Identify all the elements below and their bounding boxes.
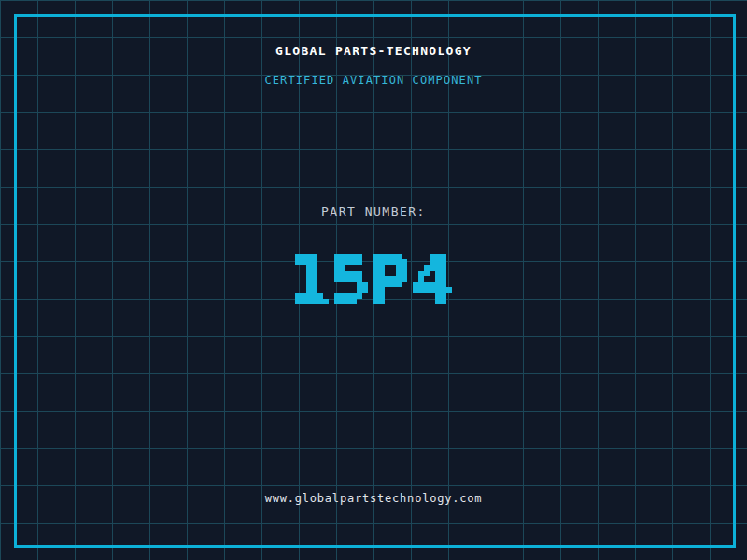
part-number-label: PART NUMBER: [0,204,747,218]
website-url: www.globalpartstechnology.com [0,492,747,505]
part-placard: GLOBAL PARTS-TECHNOLOGY CERTIFIED AVIATI… [0,0,747,560]
company-title: GLOBAL PARTS-TECHNOLOGY [0,44,747,58]
certification-subtitle: CERTIFIED AVIATION COMPONENT [0,74,747,87]
part-number-pixel-display [284,243,463,321]
